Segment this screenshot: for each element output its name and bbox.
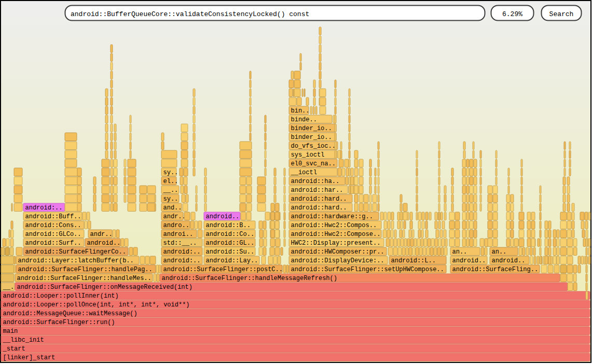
svg-text:android::Lay..: android::Lay.. — [206, 257, 258, 264]
svg-text:android::SurfaceFlingerCo..: android::SurfaceFlingerCo.. — [25, 248, 126, 256]
svg-text:__ioctl: __ioctl — [291, 169, 317, 176]
svg-text:android::Cons..: android::Cons.. — [25, 222, 81, 229]
svg-text:binder_io..: binder_io.. — [291, 134, 332, 141]
svg-text:android::DisplayDevice:..: android::DisplayDevice:.. — [291, 257, 384, 264]
svg-text:andr..: andr.. — [163, 213, 186, 220]
svg-text:6.29%: 6.29% — [502, 10, 522, 18]
svg-text:android::HWComposer::pr..: android::HWComposer::pr.. — [291, 248, 384, 256]
svg-text:android::MessageQueue::waitMes: android::MessageQueue::waitMessage() — [3, 310, 137, 317]
svg-text:el0_svc_na..: el0_svc_na.. — [291, 160, 336, 167]
svg-text:android::SurfaceFlinger::setUp: android::SurfaceFlinger::setUpHWCompose.… — [291, 266, 444, 273]
svg-text:__.: __. — [3, 284, 15, 291]
svg-text:android::Co..: android::Co.. — [206, 231, 255, 238]
svg-text:bin..: bin.. — [291, 107, 310, 115]
svg-text:android::Layer::latchBuffer(b.: android::Layer::latchBuffer(b.. — [18, 257, 134, 264]
svg-text:android::GLCo..: android::GLCo.. — [25, 231, 81, 238]
svg-text:android::Hwc2::Compos..: android::Hwc2::Compos.. — [291, 222, 377, 229]
svg-text:[linker]_start: [linker]_start — [3, 354, 56, 361]
svg-text:__..: __.. — [163, 187, 178, 194]
svg-text:Search: Search — [549, 10, 574, 18]
svg-text:an..: an.. — [452, 248, 467, 256]
svg-text:android..: android.. — [492, 257, 526, 264]
svg-text:android::BufferQueueCore::vali: android::BufferQueueCore::validateConsis… — [71, 10, 309, 18]
svg-text:android::SurfaceFlinger::run(): android::SurfaceFlinger::run() — [3, 319, 115, 326]
svg-text:an..: an.. — [492, 248, 507, 256]
svg-text:android:..: android:.. — [25, 204, 63, 212]
svg-text:sy..: sy.. — [163, 195, 178, 203]
svg-text:android..: android.. — [452, 257, 486, 264]
svg-text:android::ha..: android::ha.. — [291, 178, 340, 185]
svg-text:android::Looper::pollOnce(int,: android::Looper::pollOnce(int, int*, int… — [3, 301, 190, 309]
svg-text:andr..: andr.. — [90, 231, 113, 238]
svg-text:android:..: android:.. — [163, 257, 201, 264]
svg-text:android::SurfaceFlinger::postC: android::SurfaceFlinger::postC.. — [163, 266, 283, 273]
svg-text:binder_io..: binder_io.. — [291, 125, 332, 132]
svg-text:HWC2::Display::present..: HWC2::Display::present.. — [291, 240, 381, 247]
svg-text:el..: el.. — [163, 178, 178, 185]
svg-text:android::SurfaceFlinger::onMes: android::SurfaceFlinger::onMessageReceiv… — [17, 284, 192, 291]
svg-text:main: main — [3, 328, 18, 335]
svg-text:sys_ioctl: sys_ioctl — [291, 151, 325, 159]
svg-text:_start: _start — [3, 345, 25, 353]
svg-text:binde..: binde.. — [291, 116, 317, 123]
svg-text:android::hardware::g..: android::hardware::g.. — [291, 213, 373, 220]
svg-text:android::Buff..: android::Buff.. — [25, 213, 81, 220]
svg-text:android::L..: android::L.. — [391, 257, 436, 264]
svg-text:android::Looper::pollInner(int: android::Looper::pollInner(int) — [3, 292, 119, 300]
svg-text:do_vfs_ioc..: do_vfs_ioc.. — [291, 143, 336, 150]
svg-text:android..: android.. — [87, 240, 121, 247]
svg-text:android::SurfaceFling..: android::SurfaceFling.. — [452, 266, 539, 273]
svg-text:android::SurfaceFlinger::handl: android::SurfaceFlinger::handleMes.. — [17, 275, 152, 282]
svg-text:andro..: andro.. — [163, 222, 189, 229]
svg-text:std::__..: std::__.. — [163, 240, 197, 247]
svg-text:android::B..: android::B.. — [206, 222, 251, 229]
svg-text:androi..: androi.. — [163, 231, 194, 238]
svg-text:android::Surf..: android::Surf.. — [25, 240, 81, 247]
svg-text:android::Su..: android::Su.. — [206, 248, 255, 256]
svg-text:__libc_init: __libc_init — [3, 337, 44, 344]
svg-text:and..: and.. — [163, 204, 182, 212]
svg-text:android::Hwc2::Compose..: android::Hwc2::Compose.. — [291, 231, 381, 238]
svg-text:android::har..: android::har.. — [291, 187, 343, 194]
svg-text:sy..: sy.. — [163, 169, 178, 176]
svg-text:android::GL..: android::GL.. — [206, 240, 255, 247]
svg-text:android:..: android:.. — [163, 248, 201, 256]
svg-text:android::SurfaceFlinger::handl: android::SurfaceFlinger::handlePag.. — [18, 266, 153, 273]
svg-text:android::hard..: android::hard.. — [291, 195, 347, 203]
svg-text:android::hard..: android::hard.. — [291, 204, 347, 212]
svg-text:android..: android.. — [206, 213, 240, 220]
svg-text:android::SurfaceFlinger::handl: android::SurfaceFlinger::handleMessageRe… — [162, 275, 337, 282]
